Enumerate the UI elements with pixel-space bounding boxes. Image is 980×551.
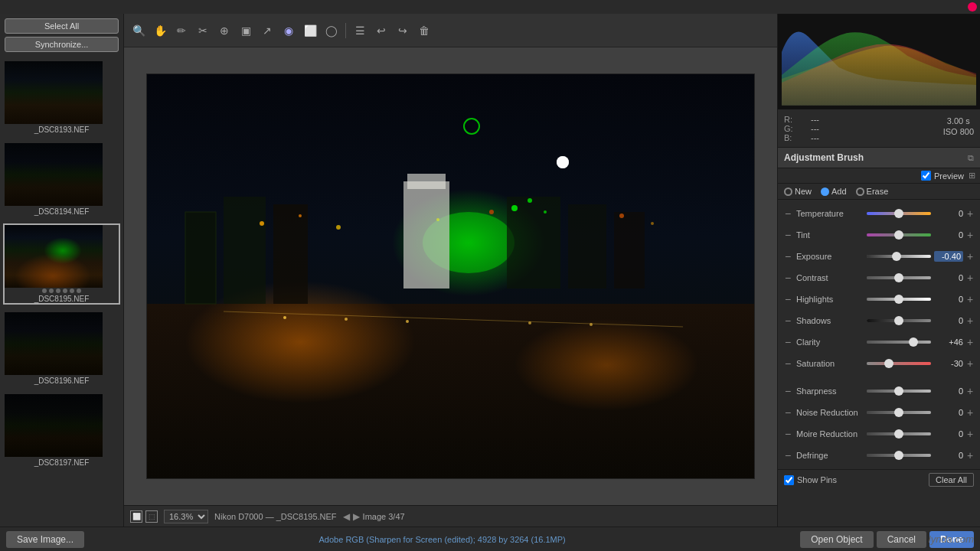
open-object-button[interactable]: Open Object	[800, 531, 873, 548]
hand-tool[interactable]: ✋	[150, 21, 170, 41]
adj-brush-tool[interactable]: ◉	[279, 21, 299, 41]
saturation-minus[interactable]: −	[781, 357, 795, 370]
exposure-plus[interactable]: +	[963, 249, 977, 263]
prev-image-button[interactable]: ◀	[343, 511, 350, 522]
exposure-minus[interactable]: −	[781, 249, 795, 263]
tint-value[interactable]: 0	[934, 230, 963, 240]
exposure-thumb[interactable]	[892, 252, 901, 261]
film-label-5: _DSC8197.NEF	[5, 458, 119, 467]
save-image-button[interactable]: Save Image...	[6, 531, 84, 548]
preview-check[interactable]	[921, 171, 931, 181]
sharpness-value[interactable]: 0	[934, 386, 963, 396]
cancel-button[interactable]: Cancel	[877, 531, 926, 548]
frame-icon-2[interactable]: ⬚	[145, 510, 158, 523]
color-sampler-tool[interactable]: ✂	[193, 21, 213, 41]
grid-tool[interactable]: ☰	[350, 21, 370, 41]
clear-all-button[interactable]: Clear All	[929, 473, 974, 487]
moire-value[interactable]: 0	[934, 429, 963, 439]
defringe-thumb[interactable]	[894, 451, 903, 460]
filmstrip-item-2[interactable]: _DSC8194.NEF	[3, 142, 120, 217]
defringe-minus[interactable]: −	[781, 448, 795, 462]
contrast-value[interactable]: 0	[934, 273, 963, 282]
noise-minus[interactable]: −	[781, 406, 795, 419]
delete-tool[interactable]: 🗑	[414, 21, 434, 41]
sharpness-plus[interactable]: +	[963, 384, 977, 398]
shadows-value[interactable]: 0	[934, 316, 963, 325]
shadows-minus[interactable]: −	[781, 314, 795, 328]
shadows-track	[867, 319, 931, 322]
synchronize-button[interactable]: Synchronize...	[5, 37, 119, 52]
toolbar-separator-1	[345, 23, 346, 38]
moire-thumb[interactable]	[894, 429, 903, 439]
canvas-statusbar: ⬜ ⬚ 16.3% Nikon D7000 — _DSC8195.NEF ◀ ▶…	[124, 505, 777, 527]
saturation-plus[interactable]: +	[963, 357, 977, 370]
mode-erase-label: Erase	[867, 187, 889, 196]
show-pins-check[interactable]	[784, 475, 794, 485]
highlights-minus[interactable]: −	[781, 292, 795, 306]
temperature-plus[interactable]: +	[963, 207, 977, 220]
redeye-tool[interactable]: ↗	[257, 21, 277, 41]
frame-icon-1[interactable]: ⬜	[130, 510, 142, 523]
moire-minus[interactable]: −	[781, 427, 795, 441]
filmstrip-item-5[interactable]: _DSC8197.NEF	[3, 393, 120, 468]
shadows-plus[interactable]: +	[963, 314, 977, 328]
select-all-button[interactable]: Select All	[5, 18, 119, 34]
clarity-track	[867, 341, 931, 344]
undo-tool[interactable]: ↩	[371, 21, 391, 41]
moire-reduction-row: − Moire Reduction 0 +	[778, 423, 980, 445]
zoom-select[interactable]: 16.3%	[164, 510, 208, 523]
temperature-minus[interactable]: −	[781, 207, 795, 220]
sharpness-thumb[interactable]	[894, 386, 903, 396]
noise-thumb[interactable]	[894, 408, 903, 417]
filmstrip-item-3[interactable]: _DSC8195.NEF	[3, 223, 120, 305]
mode-add[interactable]: Add	[821, 187, 847, 196]
zoom-tool[interactable]: 🔍	[129, 21, 149, 41]
highlights-plus[interactable]: +	[963, 292, 977, 306]
contrast-thumb[interactable]	[894, 273, 903, 282]
highlights-value[interactable]: 0	[934, 295, 963, 304]
saturation-thumb[interactable]	[884, 359, 893, 368]
graduated-filter-tool[interactable]: ⬜	[300, 21, 320, 41]
next-image-button[interactable]: ▶	[353, 511, 360, 522]
exposure-value[interactable]: -0.40	[934, 251, 963, 262]
contrast-minus[interactable]: −	[781, 271, 795, 285]
main-layout: Select All Synchronize... _DSC8193.NEF _…	[0, 14, 980, 527]
temperature-label: Temperature	[795, 209, 864, 218]
white-balance-tool[interactable]: ✏	[172, 21, 191, 41]
defringe-plus[interactable]: +	[963, 448, 977, 462]
noise-value[interactable]: 0	[934, 408, 963, 417]
radial-filter-tool[interactable]: ◯	[322, 21, 341, 41]
highlights-thumb[interactable]	[894, 295, 903, 304]
moire-plus[interactable]: +	[963, 427, 977, 441]
close-button[interactable]	[968, 2, 977, 11]
collapse-icon[interactable]: ⧉	[968, 153, 974, 163]
shadows-label: Shadows	[795, 316, 864, 325]
tint-thumb[interactable]	[894, 230, 903, 240]
clarity-plus[interactable]: +	[963, 335, 977, 349]
clarity-value[interactable]: +46	[934, 337, 963, 347]
redo-tool[interactable]: ↪	[393, 21, 413, 41]
tint-plus[interactable]: +	[963, 228, 977, 242]
spot-tool[interactable]: ▣	[236, 21, 256, 41]
sharpness-minus[interactable]: −	[781, 384, 795, 398]
crop-tool[interactable]: ⊕	[214, 21, 234, 41]
expand-icon[interactable]: ⊞	[969, 171, 975, 181]
temperature-value[interactable]: 0	[934, 209, 963, 218]
temperature-thumb[interactable]	[894, 209, 903, 218]
filmstrip-item-1[interactable]: _DSC8193.NEF	[3, 60, 120, 135]
defringe-value[interactable]: 0	[934, 451, 963, 460]
contrast-plus[interactable]: +	[963, 271, 977, 285]
mode-erase[interactable]: Erase	[856, 187, 889, 196]
saturation-value[interactable]: -30	[934, 359, 963, 368]
contrast-row: − Contrast 0 +	[778, 267, 980, 289]
noise-track	[867, 411, 931, 414]
sliders-section: − Temperature 0 + − Tint	[778, 200, 980, 469]
mode-new[interactable]: New	[784, 187, 812, 196]
tint-minus[interactable]: −	[781, 228, 795, 242]
clarity-minus[interactable]: −	[781, 335, 795, 349]
file-info-link[interactable]: Adobe RGB (Sharpen for Screen (edited); …	[319, 535, 566, 544]
filmstrip-item-4[interactable]: _DSC8196.NEF	[3, 311, 120, 386]
clarity-thumb[interactable]	[909, 337, 918, 347]
shadows-thumb[interactable]	[894, 316, 903, 325]
noise-plus[interactable]: +	[963, 406, 977, 419]
